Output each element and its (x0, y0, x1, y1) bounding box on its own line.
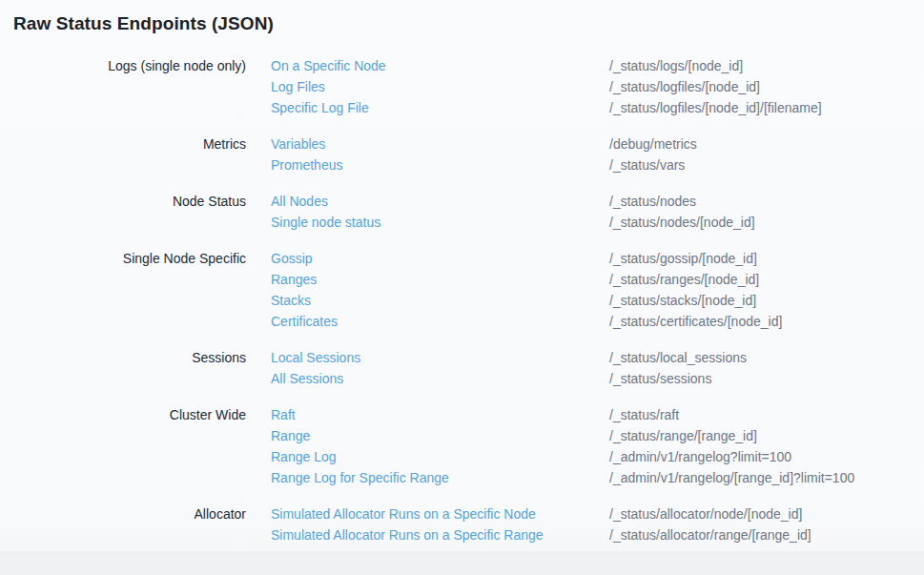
endpoint-path: /_status/stacks/[node_id] (609, 290, 924, 311)
endpoint-path: /_status/ranges/[node_id] (609, 269, 924, 290)
endpoint-link[interactable]: Variables (271, 133, 609, 154)
endpoint-path: /_status/local_sessions (609, 347, 924, 368)
page-bottom-strip (0, 551, 924, 575)
endpoint-link[interactable]: Ranges (271, 269, 609, 290)
endpoint-path: /_status/vars (609, 154, 924, 175)
endpoint-path: /debug/metrics (609, 133, 924, 154)
raw-status-endpoints-page: Raw Status Endpoints (JSON) Logs (single… (0, 0, 924, 575)
endpoint-link[interactable]: Prometheus (271, 154, 609, 175)
endpoint-group-single-node-specific: Single Node Specific Gossip Ranges Stack… (0, 248, 924, 332)
endpoint-link[interactable]: Raft (271, 404, 609, 425)
category-label: Cluster Wide (0, 404, 246, 488)
endpoint-path: /_admin/v1/rangelog?limit=100 (609, 446, 924, 467)
endpoint-link[interactable]: Certificates (271, 311, 609, 332)
endpoint-path: /_status/logs/[node_id] (609, 55, 924, 76)
endpoint-link[interactable]: Gossip (271, 248, 609, 269)
category-label: Metrics (0, 133, 246, 175)
endpoint-path: /_status/logfiles/[node_id] (609, 76, 924, 97)
endpoint-path: /_admin/v1/rangelog/[range_id]?limit=100 (609, 467, 924, 488)
category-label: Node Status (0, 191, 246, 233)
endpoint-link[interactable]: Specific Log File (271, 97, 609, 118)
page-title: Raw Status Endpoints (JSON) (0, 0, 924, 36)
endpoint-group-allocator: Allocator Simulated Allocator Runs on a … (0, 503, 924, 545)
endpoint-link[interactable]: Single node status (271, 212, 609, 233)
endpoint-link[interactable]: Log Files (271, 76, 609, 97)
endpoint-path: /_status/gossip/[node_id] (609, 248, 924, 269)
endpoint-path: /_status/certificates/[node_id] (609, 311, 924, 332)
category-label: Single Node Specific (0, 248, 246, 332)
endpoint-link[interactable]: Simulated Allocator Runs on a Specific R… (271, 524, 609, 545)
endpoint-group-node-status: Node Status All Nodes Single node status… (0, 191, 924, 233)
endpoint-link[interactable]: On a Specific Node (271, 55, 609, 76)
endpoint-link[interactable]: Range Log for Specific Range (271, 467, 609, 488)
endpoint-path: /_status/allocator/node/[node_id] (609, 503, 924, 524)
endpoint-path: /_status/nodes/[node_id] (609, 212, 924, 233)
endpoint-groups: Logs (single node only) On a Specific No… (0, 55, 924, 545)
endpoint-link[interactable]: All Sessions (271, 368, 609, 389)
endpoint-path: /_status/logfiles/[node_id]/[filename] (609, 97, 924, 118)
endpoint-link[interactable]: Range (271, 425, 609, 446)
endpoint-path: /_status/allocator/range/[range_id] (609, 524, 924, 545)
endpoint-path: /_status/raft (609, 404, 924, 425)
endpoint-path: /_status/nodes (609, 191, 924, 212)
endpoint-path: /_status/range/[range_id] (609, 425, 924, 446)
category-label: Allocator (0, 503, 246, 545)
endpoint-link[interactable]: Range Log (271, 446, 609, 467)
endpoint-group-cluster-wide: Cluster Wide Raft Range Range Log Range … (0, 404, 924, 488)
endpoint-link[interactable]: Stacks (271, 290, 609, 311)
category-label: Sessions (0, 347, 246, 389)
endpoint-group-sessions: Sessions Local Sessions All Sessions /_s… (0, 347, 924, 389)
endpoint-path: /_status/sessions (609, 368, 924, 389)
category-label: Logs (single node only) (0, 55, 246, 118)
endpoint-group-logs: Logs (single node only) On a Specific No… (0, 55, 924, 118)
endpoint-link[interactable]: Simulated Allocator Runs on a Specific N… (271, 503, 609, 524)
endpoint-link[interactable]: All Nodes (271, 191, 609, 212)
endpoint-group-metrics: Metrics Variables Prometheus /debug/metr… (0, 133, 924, 175)
endpoint-link[interactable]: Local Sessions (271, 347, 609, 368)
